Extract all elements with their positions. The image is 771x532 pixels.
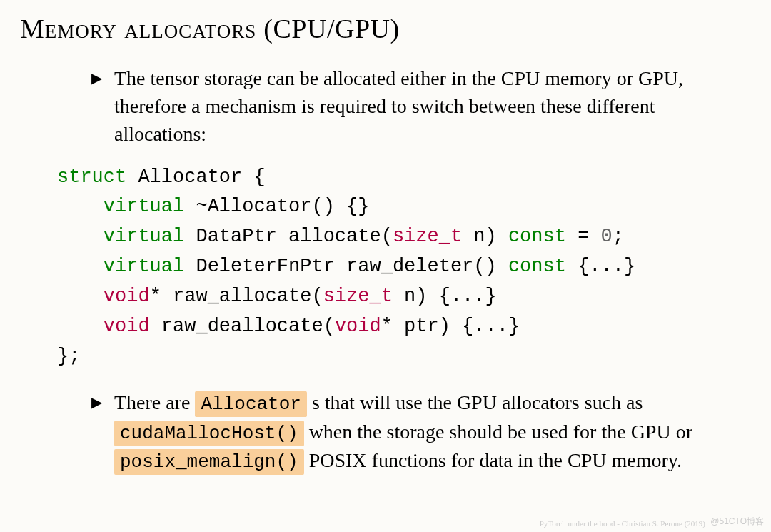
bullet-item-2: ▶ There are Allocator s that will use th… <box>91 388 751 475</box>
code-line-4: virtual DeleterFnPtr raw_deleter() const… <box>104 256 635 277</box>
bullet-list-2: ▶ There are Allocator s that will use th… <box>20 388 751 475</box>
code-line-3: virtual DataPtr allocate(size_t n) const… <box>104 226 624 247</box>
code-line-1: struct Allocator { <box>57 166 266 188</box>
bullet-item-1: ▶ The tensor storage can be allocated ei… <box>91 64 751 149</box>
triangle-icon: ▶ <box>91 392 102 412</box>
code-line-5: void* raw_allocate(size_t n) {...} <box>104 286 497 307</box>
title-rest: (CPU/GPU) <box>256 14 399 44</box>
code-line-6: void raw_deallocate(void* ptr) {...} <box>104 316 520 337</box>
slide-container: Memory allocators (CPU/GPU) ▶ The tensor… <box>0 0 771 503</box>
slide-title: Memory allocators (CPU/GPU) <box>20 13 751 44</box>
code-line-7: }; <box>57 346 80 367</box>
footer-credit: PyTorch under the hood - Christian S. Pe… <box>540 519 705 528</box>
triangle-icon: ▶ <box>91 68 102 88</box>
bullet-list: ▶ The tensor storage can be allocated ei… <box>20 64 751 149</box>
code-block: struct Allocator { virtual ~Allocator() … <box>57 163 751 372</box>
highlight-posix-memalign: posix_memalign() <box>114 449 304 475</box>
code-line-2: virtual ~Allocator() {} <box>104 196 370 217</box>
highlight-allocator: Allocator <box>195 391 306 417</box>
watermark: @51CTO博客 <box>710 516 764 528</box>
bullet-2-text: There are Allocator s that will use the … <box>114 391 692 471</box>
title-caps: Memory allocators <box>20 14 256 44</box>
bullet-1-text: The tensor storage can be allocated eith… <box>114 67 683 145</box>
highlight-cudamallochost: cudaMallocHost() <box>114 421 304 446</box>
